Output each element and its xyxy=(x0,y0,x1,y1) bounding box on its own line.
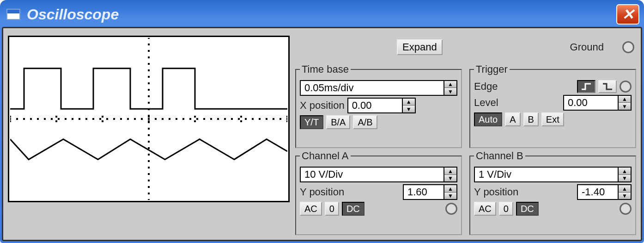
cha-ypos-label: Y position xyxy=(300,186,344,198)
edge-rising-button[interactable] xyxy=(577,80,595,93)
svg-rect-78 xyxy=(148,186,150,188)
svg-rect-30 xyxy=(217,118,219,120)
svg-rect-17 xyxy=(127,118,129,120)
cha-ypos-input[interactable]: 1.60 xyxy=(403,184,444,200)
svg-rect-18 xyxy=(134,118,136,120)
svg-rect-67 xyxy=(148,115,150,117)
svg-rect-54 xyxy=(286,120,287,122)
window-title: Oscilloscope xyxy=(27,6,119,23)
expand-button[interactable]: Expand xyxy=(397,39,443,55)
xpos-input[interactable]: 0.00 xyxy=(347,98,403,113)
trigger-level-input[interactable]: 0.00 xyxy=(563,95,619,111)
trigger-auto-button[interactable]: Auto xyxy=(474,112,502,126)
svg-rect-57 xyxy=(148,50,150,52)
svg-rect-7 xyxy=(58,118,60,120)
svg-rect-12 xyxy=(92,118,94,120)
svg-rect-61 xyxy=(148,76,150,78)
chb-scale-input[interactable]: 1 V/Div xyxy=(474,167,619,182)
svg-rect-62 xyxy=(148,82,150,84)
svg-rect-55 xyxy=(148,38,150,39)
svg-rect-53 xyxy=(286,116,287,118)
edge-rising-icon xyxy=(581,83,592,90)
chb-radio[interactable] xyxy=(620,203,632,215)
svg-rect-76 xyxy=(148,173,150,175)
svg-rect-13 xyxy=(99,118,101,120)
svg-rect-70 xyxy=(148,134,150,136)
svg-rect-34 xyxy=(245,118,247,120)
svg-rect-69 xyxy=(148,128,150,130)
cha-ac-button[interactable]: AC xyxy=(300,202,322,216)
edge-radio[interactable] xyxy=(620,81,632,93)
chb-dc-button[interactable]: DC xyxy=(516,202,539,216)
chb-zero-button[interactable]: 0 xyxy=(499,202,513,216)
cha-dc-button[interactable]: DC xyxy=(342,202,365,216)
svg-rect-65 xyxy=(148,102,150,104)
close-button[interactable]: ✕ xyxy=(616,4,639,25)
svg-rect-49 xyxy=(194,116,196,118)
svg-rect-20 xyxy=(148,118,150,120)
svg-rect-8 xyxy=(65,118,67,120)
trigger-legend: Trigger xyxy=(474,63,510,75)
chb-ypos-stepper[interactable]: ▲▼ xyxy=(619,184,632,200)
svg-rect-80 xyxy=(148,199,150,200)
svg-rect-51 xyxy=(240,116,242,118)
ground-radio[interactable] xyxy=(622,41,634,53)
mode-yt-button[interactable]: Y/T xyxy=(300,115,323,129)
svg-rect-24 xyxy=(176,118,177,120)
xpos-label: X position xyxy=(300,100,345,112)
chb-scale-stepper[interactable]: ▲▼ xyxy=(619,167,632,182)
title-bar[interactable]: Oscilloscope ✕ xyxy=(2,2,642,27)
svg-rect-41 xyxy=(10,116,11,118)
svg-rect-19 xyxy=(141,118,143,120)
svg-rect-37 xyxy=(266,118,267,120)
svg-rect-10 xyxy=(79,118,80,120)
xpos-stepper[interactable]: ▲▼ xyxy=(403,98,416,113)
svg-rect-79 xyxy=(148,193,150,194)
svg-rect-60 xyxy=(148,69,150,71)
cha-ypos-stepper[interactable]: ▲▼ xyxy=(444,184,457,200)
cha-scale-input[interactable]: 10 V/Div xyxy=(300,167,444,182)
trigger-b-button[interactable]: B xyxy=(523,112,539,126)
svg-rect-16 xyxy=(120,118,122,120)
chb-ypos-input[interactable]: -1.40 xyxy=(577,184,619,200)
mode-ba-button[interactable]: B/A xyxy=(326,115,350,129)
svg-rect-36 xyxy=(259,118,261,120)
edge-falling-button[interactable] xyxy=(598,80,617,93)
svg-rect-59 xyxy=(148,63,150,65)
svg-rect-45 xyxy=(102,116,103,118)
cha-zero-button[interactable]: 0 xyxy=(325,202,339,216)
svg-rect-3 xyxy=(30,118,32,120)
svg-rect-15 xyxy=(113,118,115,120)
svg-rect-63 xyxy=(148,89,150,91)
timebase-legend: Time base xyxy=(300,63,351,75)
svg-rect-33 xyxy=(238,118,240,120)
cha-radio[interactable] xyxy=(445,203,457,215)
svg-rect-38 xyxy=(273,118,274,120)
svg-rect-58 xyxy=(148,56,150,58)
svg-rect-28 xyxy=(203,118,205,120)
svg-rect-77 xyxy=(148,180,150,181)
svg-rect-1 xyxy=(16,118,18,120)
svg-rect-4 xyxy=(37,118,39,120)
svg-rect-26 xyxy=(189,118,191,120)
cha-scale-stepper[interactable]: ▲▼ xyxy=(444,167,457,182)
mode-ab-button[interactable]: A/B xyxy=(353,115,377,129)
svg-rect-22 xyxy=(162,118,164,120)
svg-rect-32 xyxy=(231,118,233,120)
svg-rect-23 xyxy=(169,118,170,120)
svg-rect-5 xyxy=(44,118,46,120)
trigger-ext-button[interactable]: Ext xyxy=(541,112,564,126)
svg-rect-52 xyxy=(240,120,242,122)
channel-b-group: Channel B 1 V/Div ▲▼ Y position -1.40 ▲▼ xyxy=(469,150,636,235)
ground-label: Ground xyxy=(570,41,604,53)
trigger-a-button[interactable]: A xyxy=(505,112,520,126)
timebase-scale-input[interactable]: 0.05ms/div xyxy=(300,80,444,96)
svg-rect-14 xyxy=(106,118,108,120)
chb-ac-button[interactable]: AC xyxy=(474,202,496,216)
trigger-level-stepper[interactable]: ▲▼ xyxy=(619,95,632,111)
trigger-group: Trigger Edge Level 0.00 xyxy=(469,63,636,149)
svg-rect-56 xyxy=(148,44,150,45)
svg-rect-71 xyxy=(148,141,150,143)
timebase-scale-stepper[interactable]: ▲▼ xyxy=(444,80,457,96)
svg-rect-72 xyxy=(148,147,150,149)
